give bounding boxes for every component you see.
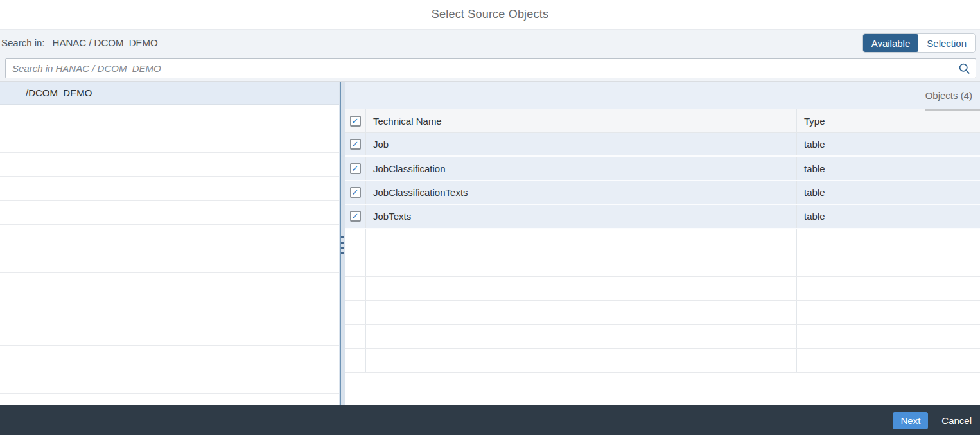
type-cell: table: [796, 157, 980, 179]
row-checkbox[interactable]: ✓: [350, 163, 361, 174]
type-cell: table: [796, 133, 980, 155]
table-header-row: ✓ Technical Name Type: [345, 109, 980, 133]
row-checkbox[interactable]: ✓: [350, 139, 361, 150]
objects-panel-header: Objects (4): [345, 82, 980, 109]
available-toggle-button[interactable]: Available: [863, 34, 919, 52]
type-column-header: Type: [796, 109, 980, 132]
tree-empty-rows: [0, 105, 339, 405]
row-checkbox[interactable]: ✓: [350, 211, 361, 222]
select-all-checkbox[interactable]: ✓: [350, 116, 361, 127]
dialog-title: Select Source Objects: [432, 8, 548, 21]
technical-name-cell: JobClassification: [366, 157, 796, 179]
empty-table-row: [345, 277, 980, 301]
type-cell: table: [796, 181, 980, 204]
dialog-title-bar: Select Source Objects: [0, 0, 980, 29]
header-checkbox-cell: ✓: [345, 109, 366, 132]
objects-table: ✓ Technical Name Type ✓ Job table ✓: [345, 109, 980, 373]
next-button[interactable]: Next: [893, 412, 928, 429]
selection-toggle-button[interactable]: Selection: [918, 34, 975, 52]
empty-table-row: [345, 301, 980, 324]
technical-name-cell: JobTexts: [366, 205, 796, 227]
objects-count-label: Objects (4): [925, 90, 972, 101]
search-icon[interactable]: [958, 62, 971, 75]
empty-table-row: [345, 325, 980, 349]
main-split-area: /DCOM_DEMO Objects (4) ✓ Techni: [0, 82, 980, 405]
view-toggle: Available Selection: [862, 33, 976, 53]
type-cell: table: [796, 205, 980, 227]
empty-table-row: [345, 349, 980, 373]
tree-item-dcom-demo[interactable]: /DCOM_DEMO: [0, 82, 339, 105]
search-in-label: Search in:: [0, 37, 45, 48]
search-input[interactable]: [5, 58, 976, 78]
panel-splitter[interactable]: [339, 82, 345, 405]
table-row[interactable]: ✓ JobClassification table: [345, 157, 980, 181]
dialog-footer: Next Cancel: [0, 405, 980, 435]
tree-item-label: /DCOM_DEMO: [26, 87, 92, 98]
technical-name-cell: Job: [366, 133, 796, 155]
objects-panel: Objects (4) ✓ Technical Name Type ✓ Job: [345, 82, 980, 405]
empty-table-row: [345, 229, 980, 253]
objects-count-underline: [925, 109, 980, 111]
table-row[interactable]: ✓ JobTexts table: [345, 205, 980, 229]
table-row[interactable]: ✓ Job table: [345, 133, 980, 157]
search-in-toolbar: Search in: HANAC / DCOM_DEMO Available S…: [0, 29, 980, 55]
search-in-value: HANAC / DCOM_DEMO: [53, 37, 158, 48]
table-row[interactable]: ✓ JobClassificationTexts table: [345, 181, 980, 205]
cancel-button[interactable]: Cancel: [941, 415, 972, 426]
technical-name-cell: JobClassificationTexts: [366, 181, 796, 204]
row-checkbox[interactable]: ✓: [350, 187, 361, 198]
technical-name-column-header: Technical Name: [366, 109, 796, 132]
search-bar: [0, 55, 980, 82]
empty-table-row: [345, 253, 980, 277]
splitter-grip-icon: [340, 235, 344, 255]
schema-tree-panel: /DCOM_DEMO: [0, 82, 339, 405]
select-source-objects-dialog: Select Source Objects Search in: HANAC /…: [0, 0, 980, 435]
